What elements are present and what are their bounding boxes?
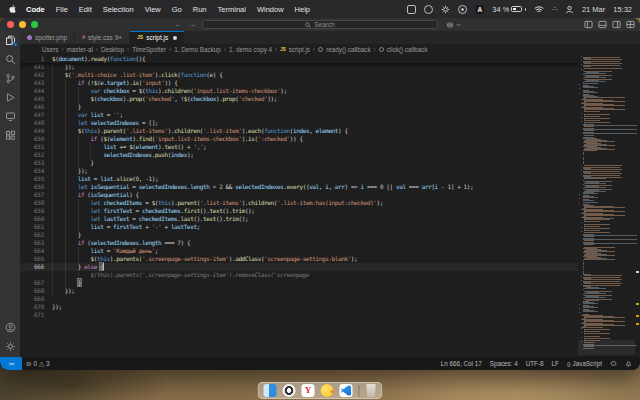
code-editor[interactable]: 1 $(document).ready(function(){ 641 });6… (20, 55, 640, 357)
code-line[interactable]: 666 } else { (20, 263, 578, 271)
tray-a-badge-icon[interactable]: A (475, 5, 484, 14)
code-line[interactable]: 662 } (20, 231, 578, 239)
code-line[interactable]: 658 let checkedItems = $(this).parent('.… (20, 199, 578, 207)
overview-ruler[interactable] (635, 55, 640, 357)
breadcrumb-item[interactable]: ready() callback (326, 46, 370, 53)
code-lines[interactable]: 641 });642 $('.multi-choice .list-item')… (20, 63, 578, 319)
code-line[interactable]: 664 list = 'Каждый день'; (20, 247, 578, 255)
breadcrumb-item[interactable]: script.js (289, 46, 310, 53)
user-switch-icon[interactable] (565, 5, 574, 14)
code-line[interactable]: 668 }); (20, 287, 578, 295)
code-line[interactable]: 665 $(this).parents('.screenpage-setting… (20, 255, 578, 263)
menu-run[interactable]: Run (193, 5, 207, 14)
notifications-bell-icon[interactable] (621, 360, 636, 367)
dock-trash-icon[interactable] (366, 384, 377, 397)
minimap[interactable] (578, 55, 635, 357)
code-line[interactable]: 652 selectedIndexes.push(index); (20, 151, 578, 159)
titlebar[interactable]: ← → Search (0, 18, 640, 31)
code-line[interactable]: 656 let isSequential = selectedIndexes.l… (20, 183, 578, 191)
code-line[interactable]: 642 $('.multi-choice .list-item').click(… (20, 71, 578, 79)
code-line[interactable]: 651 list += $(element).text() + ','; (20, 143, 578, 151)
code-line[interactable]: $(this).parents('.screenpage-settings-it… (20, 271, 578, 279)
remote-explorer-icon[interactable] (3, 110, 17, 122)
tray-gear-icon[interactable] (441, 5, 450, 14)
dock-chatgpt-icon[interactable] (283, 384, 296, 397)
code-line[interactable]: 669 (20, 295, 578, 303)
code-line[interactable]: 659 let firstText = checkedItems.first()… (20, 207, 578, 215)
tray-icon-2[interactable] (424, 5, 433, 14)
minimap-viewport[interactable] (578, 340, 635, 355)
language-mode[interactable]: {} JavaScript (563, 360, 606, 367)
tray-icon-1[interactable] (407, 5, 416, 14)
sticky-scroll-line[interactable]: 1 $(document).ready(function(){ (20, 55, 578, 63)
dock-yandex-browser-icon[interactable]: Y (302, 384, 315, 397)
explorer-icon[interactable] (3, 34, 17, 46)
remote-indicator[interactable]: >< (0, 357, 22, 370)
traffic-light-close[interactable] (7, 21, 14, 28)
menu-window[interactable]: Window (257, 5, 284, 14)
source-control-icon[interactable] (3, 72, 17, 84)
breadcrumb-item[interactable]: click() callback (387, 46, 428, 53)
menu-file[interactable]: File (56, 5, 68, 14)
settings-gear-icon[interactable] (3, 340, 17, 352)
code-line[interactable]: 670}); (20, 303, 578, 311)
dock-finder-icon[interactable] (264, 384, 277, 397)
modified-dot-icon[interactable] (173, 36, 177, 40)
traffic-light-zoom[interactable] (31, 21, 38, 28)
problems-indicator[interactable]: ⊘ 0 △ 3 (22, 360, 53, 368)
code-line[interactable]: 650 if ($(element).find('input.list-item… (20, 135, 578, 143)
menubar-time[interactable]: 15:32 (613, 5, 632, 14)
code-line[interactable]: 643 if (!$(e.target).is('input')) { (20, 79, 578, 87)
eol-sequence[interactable]: LF (548, 360, 563, 367)
breadcrumb-item[interactable]: 1. Demo Backup (174, 46, 221, 53)
code-line[interactable]: 649 $(this).parent('.list-items').childr… (20, 127, 578, 135)
breadcrumb-item[interactable]: Users (42, 46, 58, 53)
traffic-light-minimize[interactable] (19, 21, 26, 28)
encoding[interactable]: UTF-8 (522, 360, 548, 367)
dock-cyberduck-icon[interactable] (321, 384, 334, 397)
code-line[interactable]: 661 list = firstText + '-' + lastText; (20, 223, 578, 231)
menubar-date[interactable]: 21 Mar (582, 5, 605, 14)
battery-indicator[interactable]: 34 % (492, 5, 526, 14)
wifi-icon[interactable] (534, 5, 544, 13)
run-debug-icon[interactable] (3, 91, 17, 103)
menu-go[interactable]: Go (172, 5, 182, 14)
code-line[interactable]: 647 var list = ''; (20, 111, 578, 119)
tab-spotter.php[interactable]: spotter.php (20, 31, 75, 44)
toggle-secondary-sidebar-icon[interactable] (612, 20, 621, 29)
menu-edit[interactable]: Edit (79, 5, 92, 14)
tab-style.css[interactable]: #style.css 9+ (75, 31, 130, 44)
extensions-icon[interactable] (3, 129, 17, 141)
code-line[interactable]: 646 } (20, 103, 578, 111)
breadcrumb-item[interactable]: Desktop (101, 46, 124, 53)
input-menu-icon[interactable]: ∴ (552, 5, 556, 13)
code-line[interactable]: 654 }); (20, 167, 578, 175)
toggle-panel-icon[interactable] (598, 20, 607, 29)
breadcrumb-item[interactable]: master-al (67, 46, 93, 53)
nav-back-icon[interactable]: ← (174, 20, 182, 29)
search-view-icon[interactable] (3, 53, 17, 65)
indentation[interactable]: Spaces: 4 (486, 360, 522, 367)
menu-help[interactable]: Help (295, 5, 310, 14)
apple-logo-icon[interactable] (8, 4, 17, 14)
code-line[interactable]: 648 let selectedIndexes = []; (20, 119, 578, 127)
cursor-position[interactable]: Ln 666, Col 17 (437, 360, 486, 367)
menu-view[interactable]: View (145, 5, 161, 14)
menu-terminal[interactable]: Terminal (218, 5, 246, 14)
breadcrumb-item[interactable]: 1. demo copy 4 (229, 46, 272, 53)
menu-code[interactable]: Code (26, 5, 45, 14)
command-center-search[interactable]: Search (202, 20, 438, 29)
tray-icon-3[interactable] (458, 5, 467, 14)
tab-script.js[interactable]: JSscript.js (130, 31, 185, 44)
toggle-sidebar-icon[interactable] (584, 20, 593, 29)
code-line[interactable]: 671 (20, 311, 578, 319)
menu-selection[interactable]: Selection (103, 5, 134, 14)
nav-forward-icon[interactable]: → (188, 20, 196, 29)
customize-layout-icon[interactable] (626, 20, 635, 29)
code-line[interactable]: 641 }); (20, 63, 578, 71)
code-line[interactable]: 657 if (isSequential) { (20, 191, 578, 199)
code-line[interactable]: 663 if (selectedIndexes.length === 7) { (20, 239, 578, 247)
copilot-status-icon[interactable] (606, 360, 621, 367)
code-line[interactable]: 644 var checkbox = $(this).children('inp… (20, 87, 578, 95)
account-icon[interactable] (3, 321, 17, 333)
